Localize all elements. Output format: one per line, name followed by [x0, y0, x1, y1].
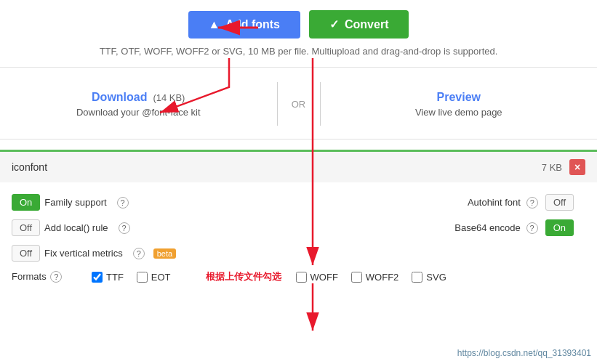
beta-badge: beta — [153, 248, 176, 259]
check-icon: ✓ — [329, 17, 339, 31]
format-woff-label: WOFF — [310, 272, 338, 283]
autohint-group: Autohint font ? Off — [129, 194, 585, 211]
format-woff2-checkbox[interactable] — [351, 272, 362, 283]
format-woff2-item[interactable]: WOFF2 — [351, 272, 399, 283]
add-fonts-label: Add fonts — [225, 18, 280, 31]
format-checkboxes-right: WOFF WOFF2 SVG — [296, 272, 446, 283]
convert-label: Convert — [345, 18, 388, 31]
base64-on-toggle[interactable]: On — [545, 219, 574, 236]
format-svg-item[interactable]: SVG — [412, 272, 446, 283]
add-fonts-button[interactable]: ▲ Add fonts — [188, 11, 301, 39]
or-divider: OR — [277, 82, 321, 126]
preview-link[interactable]: Preview — [437, 91, 481, 103]
download-preview-row: Download (14 KB) Download your @font-fac… — [0, 67, 597, 139]
format-svg-checkbox[interactable] — [412, 272, 422, 283]
fix-vertical-group: Off Fix vertical metrics ? beta — [12, 245, 176, 262]
base64-help-icon[interactable]: ? — [526, 222, 538, 234]
family-support-group: On Family support ? — [12, 194, 129, 211]
base64-label: Base64 encode — [454, 222, 520, 233]
format-woff-item[interactable]: WOFF — [296, 272, 338, 283]
convert-button[interactable]: ✓ Convert — [309, 10, 409, 39]
page-wrapper: ▲ Add fonts ✓ Convert TTF, OTF, WOFF, WO… — [0, 0, 597, 295]
format-woff2-label: WOFF2 — [366, 272, 399, 283]
format-ttf-label: TTF — [106, 272, 124, 283]
options-row-3: Off Fix vertical metrics ? beta — [12, 240, 585, 266]
options-area: On Family support ? Autohint font ? Off … — [0, 182, 597, 295]
add-local-toggle[interactable]: Off — [12, 219, 40, 236]
remove-font-button[interactable]: × — [569, 159, 585, 175]
font-name: iconfont — [12, 161, 542, 173]
autohint-off-toggle[interactable]: Off — [545, 194, 574, 211]
add-local-label: Add local() rule — [44, 222, 108, 233]
formats-row: Formats ? TTF EOT 根据上传文件勾选 WOFF — [12, 266, 585, 288]
download-link[interactable]: Download — [92, 91, 147, 103]
or-text: OR — [292, 99, 306, 110]
subtitle-text: TTF, OTF, WOFF, WOFF2 or SVG, 10 MB per … — [0, 46, 597, 67]
family-support-toggle[interactable]: On — [12, 194, 40, 211]
family-support-help-icon[interactable]: ? — [117, 197, 129, 209]
formats-label-text: Formats — [12, 271, 47, 282]
watermark: https://blog.csdn.net/qq_31393401 — [457, 348, 591, 358]
format-eot-checkbox[interactable] — [137, 272, 148, 283]
format-eot-item[interactable]: EOT — [137, 270, 171, 283]
format-eot-label: EOT — [151, 272, 171, 283]
download-size: (14 KB) — [153, 92, 185, 103]
font-file-row: iconfont 7 KB × — [0, 150, 597, 182]
options-row-2: Off Add local() rule ? Base64 encode ? O… — [12, 215, 585, 240]
family-support-label: Family support — [44, 197, 106, 208]
download-sub: Download your @font-face kit — [0, 107, 277, 118]
add-local-help-icon[interactable]: ? — [119, 222, 130, 234]
format-ttf-checkbox[interactable] — [92, 272, 103, 283]
red-annotation: 根据上传文件勾选 — [206, 270, 281, 283]
base64-group: Base64 encode ? On — [130, 219, 585, 236]
add-local-group: Off Add local() rule ? — [12, 219, 130, 236]
fix-vertical-help-icon[interactable]: ? — [133, 248, 145, 259]
subtitle-content: TTF, OTF, WOFF, WOFF2 or SVG, 10 MB per … — [100, 46, 498, 57]
upload-icon: ▲ — [209, 18, 220, 31]
action-bar: ▲ Add fonts ✓ Convert — [0, 0, 597, 46]
fix-vertical-label: Fix vertical metrics — [44, 248, 123, 259]
autohint-label: Autohint font — [468, 197, 521, 208]
autohint-help-icon[interactable]: ? — [526, 197, 538, 209]
preview-sub: View live demo page — [321, 107, 598, 118]
format-svg-label: SVG — [426, 272, 446, 283]
options-row-1: On Family support ? Autohint font ? Off — [12, 190, 585, 215]
font-size-badge: 7 KB — [542, 162, 562, 173]
format-checkboxes: TTF EOT 根据上传文件勾选 — [92, 270, 281, 283]
format-ttf-item[interactable]: TTF — [92, 270, 124, 283]
download-section: Download (14 KB) Download your @font-fac… — [0, 91, 277, 118]
formats-label: Formats ? — [12, 271, 92, 283]
preview-section: Preview View live demo page — [321, 91, 598, 118]
formats-help-icon[interactable]: ? — [50, 271, 62, 283]
format-woff-checkbox[interactable] — [296, 272, 307, 283]
fix-vertical-toggle[interactable]: Off — [12, 245, 40, 262]
